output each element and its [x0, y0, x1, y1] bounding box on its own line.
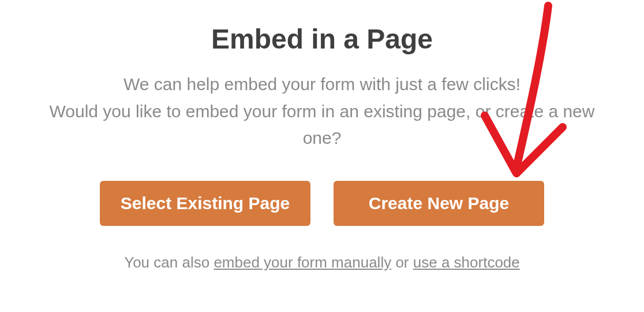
description-line1: We can help embed your form with just a … — [123, 75, 521, 94]
select-existing-page-button[interactable]: Select Existing Page — [100, 181, 310, 226]
footer-text: You can also embed your form manually or… — [35, 254, 609, 272]
footer-mid: or — [391, 254, 413, 271]
button-row: Select Existing Page Create New Page — [35, 181, 609, 226]
footer-prefix: You can also — [124, 254, 214, 271]
embed-modal: Embed in a Page We can help embed your f… — [0, 0, 644, 272]
modal-description: We can help embed your form with just a … — [35, 71, 609, 152]
use-shortcode-link[interactable]: use a shortcode — [413, 254, 520, 271]
create-new-page-button[interactable]: Create New Page — [334, 181, 544, 226]
modal-title: Embed in a Page — [35, 23, 609, 55]
description-line2: Would you like to embed your form in an … — [50, 102, 595, 148]
embed-manually-link[interactable]: embed your form manually — [214, 254, 391, 271]
